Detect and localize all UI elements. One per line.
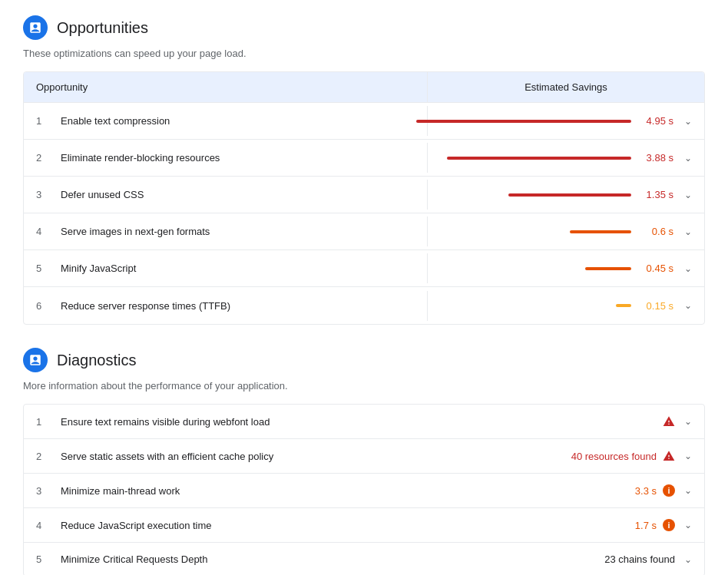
diag-row[interactable]: 2 Serve static assets with an efficient … <box>24 439 704 474</box>
savings-bar <box>570 230 631 233</box>
diag-row-right: ⌄ <box>663 415 692 428</box>
row-left: 4 Serve images in next-gen formats <box>24 216 428 246</box>
diag-row-right: 23 chains found ⌄ <box>604 554 692 565</box>
savings-value: 0.45 s <box>639 263 673 274</box>
row-label: Reduce server response times (TTFB) <box>61 300 230 312</box>
bar-container <box>440 193 631 197</box>
diagnostics-title: Diagnostics <box>57 352 136 369</box>
savings-bar <box>585 267 631 270</box>
table-row[interactable]: 4 Serve images in next-gen formats 0.6 s… <box>24 213 704 250</box>
row-label: Eliminate render-blocking resources <box>61 152 220 164</box>
chevron-icon[interactable]: ⌄ <box>684 153 692 164</box>
chevron-icon[interactable]: ⌄ <box>684 300 692 311</box>
chevron-icon[interactable]: ⌄ <box>684 416 692 427</box>
diagnostics-table: 1 Ensure text remains visible during web… <box>23 404 705 575</box>
row-number: 2 <box>36 152 48 164</box>
row-right: 0.15 s ⌄ <box>428 291 704 321</box>
row-label: Defer unused CSS <box>61 189 144 200</box>
row-left: 1 Enable text compression <box>24 106 428 136</box>
table-row[interactable]: 6 Reduce server response times (TTFB) 0.… <box>24 287 704 324</box>
opportunities-title: Opportunities <box>57 19 148 37</box>
diag-row[interactable]: 1 Ensure text remains visible during web… <box>24 405 704 439</box>
savings-bar <box>416 120 631 123</box>
diag-row-label: Reduce JavaScript execution time <box>61 520 623 531</box>
diag-row-label: Serve static assets with an efficient ca… <box>61 451 559 462</box>
info-icon: i <box>663 519 675 531</box>
bar-container <box>440 230 631 233</box>
diag-row-label: Minimize main-thread work <box>61 485 623 497</box>
diagnostics-icon <box>23 348 48 372</box>
table-row[interactable]: 1 Enable text compression 4.95 s ⌄ <box>24 103 704 140</box>
opportunity-header-cell: Opportunity <box>24 72 428 102</box>
bar-container <box>440 267 631 270</box>
savings-value: 3.88 s <box>639 152 673 164</box>
diagnostics-description: More information about the performance o… <box>23 380 705 392</box>
row-number: 4 <box>36 226 48 237</box>
row-left: 3 Defer unused CSS <box>24 180 428 210</box>
opportunities-icon <box>23 15 48 40</box>
table-row[interactable]: 3 Defer unused CSS 1.35 s ⌄ <box>24 177 704 213</box>
savings-value: 4.95 s <box>639 115 673 127</box>
diag-row-right: 3.3 s i ⌄ <box>635 484 692 497</box>
row-left: 5 Minify JavaScript <box>24 253 428 283</box>
row-number: 1 <box>36 115 48 127</box>
row-number: 6 <box>36 300 48 312</box>
bar-container <box>440 304 631 307</box>
row-right: 4.95 s ⌄ <box>428 106 704 136</box>
diag-row-number: 1 <box>36 416 48 428</box>
row-left: 2 Eliminate render-blocking resources <box>24 143 428 173</box>
savings-bar <box>447 157 631 160</box>
diag-row[interactable]: 4 Reduce JavaScript execution time 1.7 s… <box>24 508 704 543</box>
row-left: 6 Reduce server response times (TTFB) <box>24 291 428 321</box>
diag-row-label: Minimize Critical Requests Depth <box>61 554 592 565</box>
opportunities-header: Opportunities <box>23 15 705 40</box>
row-label: Minify JavaScript <box>61 263 136 274</box>
table-row[interactable]: 5 Minify JavaScript 0.45 s ⌄ <box>24 250 704 287</box>
row-right: 1.35 s ⌄ <box>428 180 704 210</box>
diag-row-number: 2 <box>36 451 48 462</box>
info-icon: i <box>663 484 675 497</box>
opportunities-section: Opportunities These optimizations can sp… <box>23 15 705 325</box>
diag-row-number: 3 <box>36 485 48 497</box>
diag-row[interactable]: 3 Minimize main-thread work 3.3 s i ⌄ <box>24 474 704 508</box>
row-right: 0.6 s ⌄ <box>428 216 704 246</box>
savings-value: 1.35 s <box>639 189 673 200</box>
diag-row-number: 4 <box>36 520 48 531</box>
diagnostics-header: Diagnostics <box>23 348 705 372</box>
diagnostics-section: Diagnostics More information about the p… <box>23 348 705 575</box>
chevron-icon[interactable]: ⌄ <box>684 226 692 237</box>
table-row[interactable]: 2 Eliminate render-blocking resources 3.… <box>24 140 704 177</box>
diag-row[interactable]: 5 Minimize Critical Requests Depth 23 ch… <box>24 543 704 575</box>
opportunities-description: These optimizations can speed up your pa… <box>23 48 705 59</box>
row-right: 0.45 s ⌄ <box>428 253 704 283</box>
chevron-icon[interactable]: ⌄ <box>684 116 692 127</box>
savings-bar <box>508 193 631 197</box>
row-number: 5 <box>36 263 48 274</box>
row-right: 3.88 s ⌄ <box>428 143 704 173</box>
chevron-icon[interactable]: ⌄ <box>684 190 692 200</box>
warning-triangle-icon <box>663 415 675 428</box>
row-number: 3 <box>36 189 48 200</box>
chevron-icon[interactable]: ⌄ <box>684 520 692 530</box>
diag-row-value: 1.7 s <box>635 520 657 531</box>
diag-row-value: 3.3 s <box>635 485 657 497</box>
diag-row-value: 40 resources found <box>571 451 657 462</box>
estimated-savings-header-cell: Estimated Savings <box>428 72 704 102</box>
row-label: Serve images in next-gen formats <box>61 226 210 237</box>
bar-container <box>416 120 631 123</box>
chevron-icon[interactable]: ⌄ <box>684 554 692 565</box>
chevron-icon[interactable]: ⌄ <box>684 485 692 496</box>
diag-row-right: 1.7 s i ⌄ <box>635 519 692 531</box>
diag-row-value: 23 chains found <box>604 554 675 565</box>
chevron-icon[interactable]: ⌄ <box>684 451 692 461</box>
row-label: Enable text compression <box>61 115 170 127</box>
chevron-icon[interactable]: ⌄ <box>684 263 692 274</box>
bar-container <box>440 157 631 160</box>
diag-row-label: Ensure text remains visible during webfo… <box>61 416 650 428</box>
diag-row-number: 5 <box>36 554 48 565</box>
opportunities-table-header: Opportunity Estimated Savings <box>24 72 704 103</box>
savings-bar <box>616 304 631 307</box>
warning-triangle-icon <box>663 450 675 462</box>
savings-value: 0.6 s <box>639 226 673 237</box>
savings-value: 0.15 s <box>639 300 673 312</box>
